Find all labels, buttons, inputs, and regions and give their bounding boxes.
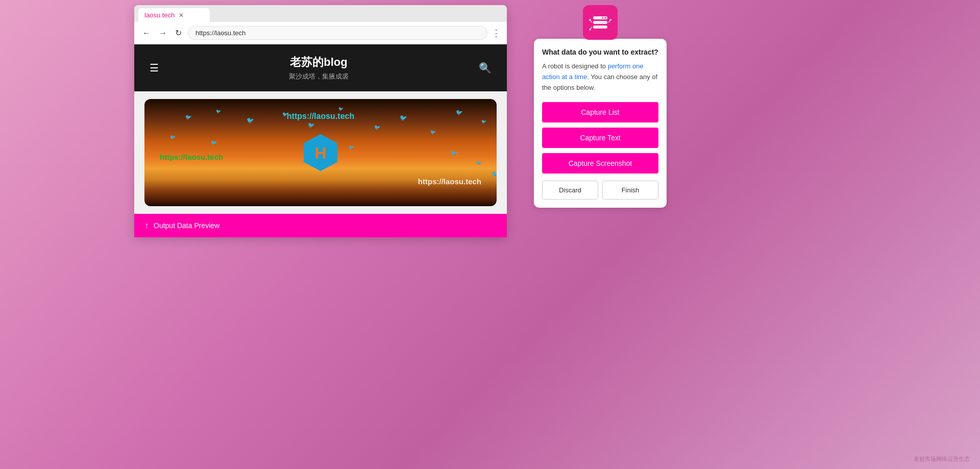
site-subtitle: 聚沙成塔，集腋成裘: [159, 72, 479, 81]
svg-point-13: [589, 29, 591, 31]
watermark-right: https://laosu.tech: [418, 177, 481, 186]
dialog-title: What data do you want to extract?: [542, 48, 658, 56]
dialog-body: A robot is designed to perform one actio…: [542, 61, 658, 93]
svg-point-7: [602, 17, 604, 19]
svg-point-6: [605, 17, 606, 19]
tab-bar: laosu.tech ✕: [134, 5, 507, 22]
more-icon[interactable]: ⋮: [492, 28, 501, 39]
capture-list-button[interactable]: Capture List: [542, 102, 658, 122]
search-icon[interactable]: 🔍: [479, 62, 492, 74]
tab-close-icon[interactable]: ✕: [179, 12, 184, 18]
svg-point-11: [609, 19, 611, 21]
forward-button[interactable]: →: [157, 28, 169, 39]
svg-rect-3: [593, 21, 607, 24]
action-buttons: Capture List Capture Text Capture Screen…: [542, 102, 658, 174]
output-arrow-icon: ↑: [144, 221, 149, 230]
hamburger-icon[interactable]: ☰: [150, 62, 159, 74]
site-header-center: 老苏的blog 聚沙成塔，集腋成裘: [159, 55, 479, 81]
site-header: ☰ 老苏的blog 聚沙成塔，集腋成裘 🔍: [134, 44, 507, 91]
output-bar-label: Output Data Preview: [154, 221, 219, 230]
discard-button[interactable]: Discard: [542, 181, 598, 200]
bottom-buttons: Discard Finish: [542, 181, 658, 200]
watermark-left: https://laosu.tech: [160, 153, 223, 161]
dialog-box: What data do you want to extract? A robo…: [534, 39, 667, 208]
nav-bar: ← → ↻ ⋮: [134, 22, 507, 44]
capture-text-button[interactable]: Capture Text: [542, 128, 658, 148]
svg-rect-4: [593, 26, 607, 29]
browser-tab[interactable]: laosu.tech ✕: [138, 8, 210, 22]
right-panel: What data do you want to extract? A robo…: [534, 5, 667, 208]
output-data-preview-bar[interactable]: ↑ Output Data Preview: [134, 214, 507, 237]
reload-button[interactable]: ↻: [173, 27, 184, 39]
hero-area: 🐦 🐦 🐦 🐦 🐦 🐦 🐦 🐦 🐦 🐦 🐦 🐦 🐦 🐦 🐦 🐦: [134, 91, 507, 214]
svg-point-10: [589, 19, 591, 21]
finish-button[interactable]: Finish: [602, 181, 658, 200]
back-button[interactable]: ←: [140, 28, 153, 39]
robot-icon-box: [583, 5, 618, 40]
hex-logo: H: [300, 132, 341, 173]
robot-icon-container: [534, 5, 667, 40]
website-content: ☰ 老苏的blog 聚沙成塔，集腋成裘 🔍 🐦 🐦 🐦 🐦 🐦 🐦 🐦: [134, 44, 507, 237]
capture-screenshot-button[interactable]: Capture Screenshot: [542, 153, 658, 174]
tab-title: laosu.tech: [144, 11, 175, 19]
address-bar[interactable]: [188, 26, 487, 40]
dialog-body-part1: A robot is designed to: [542, 62, 608, 70]
page-watermark: 老挝市场网络运营生态: [914, 455, 970, 463]
site-title: 老苏的blog: [159, 55, 479, 70]
browser-window: laosu.tech ✕ ← → ↻ ⋮ ☰ 老苏的blog 聚沙成塔，集腋成裘…: [134, 5, 507, 237]
hero-image: 🐦 🐦 🐦 🐦 🐦 🐦 🐦 🐦 🐦 🐦 🐦 🐦 🐦 🐦 🐦 🐦: [144, 99, 497, 206]
watermark-top-center: https://laosu.tech: [287, 112, 354, 121]
svg-text:H: H: [314, 144, 326, 162]
